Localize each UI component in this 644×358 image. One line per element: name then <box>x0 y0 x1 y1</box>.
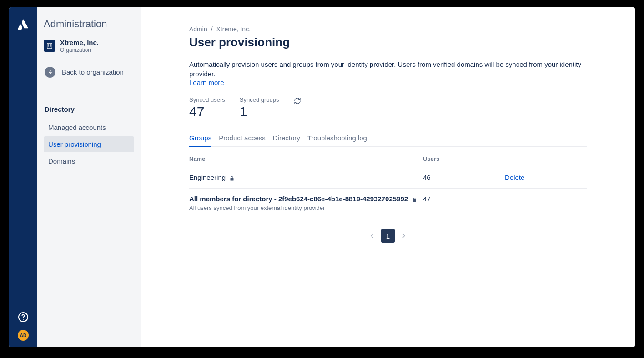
row-users: 47 <box>423 195 505 203</box>
stat-synced-users: Synced users 47 <box>189 96 225 119</box>
stat-label: Synced users <box>189 96 225 103</box>
refresh-icon[interactable] <box>294 97 301 104</box>
back-to-org[interactable]: Back to organization <box>44 63 134 81</box>
breadcrumb: Admin / Xtreme, Inc. <box>189 25 587 33</box>
lock-icon <box>229 175 235 180</box>
atlassian-logo-icon[interactable] <box>17 18 30 31</box>
stats-row: Synced users 47 Synced groups 1 <box>189 96 587 119</box>
org-icon <box>44 40 55 52</box>
help-icon[interactable] <box>18 312 29 323</box>
page-title: User provisioning <box>189 35 587 50</box>
org-sub: Organization <box>60 47 99 53</box>
divider <box>44 94 134 94</box>
global-rail: AD <box>9 7 37 347</box>
tab-groups[interactable]: Groups <box>189 131 211 146</box>
learn-more-link[interactable]: Learn more <box>189 79 224 86</box>
stat-value: 47 <box>189 104 225 119</box>
col-header-name: Name <box>189 155 423 162</box>
row-name-cell: Engineering <box>189 174 423 181</box>
tab-directory[interactable]: Directory <box>273 131 300 146</box>
row-name-cell: All members for directory - 2f9eb624-c86… <box>189 195 423 203</box>
org-name: Xtreme, Inc. <box>60 39 99 47</box>
pagination: 1 <box>189 229 587 243</box>
delete-link[interactable]: Delete <box>505 174 524 181</box>
org-selector[interactable]: Xtreme, Inc. Organization <box>44 39 134 53</box>
breadcrumb-current: Xtreme, Inc. <box>216 25 251 33</box>
sidebar-title: Administration <box>44 18 134 30</box>
stat-value: 1 <box>240 104 279 119</box>
svg-point-1 <box>23 319 24 320</box>
page-description: Automatically provision users and groups… <box>189 60 587 79</box>
stat-label: Synced groups <box>240 96 279 103</box>
stat-synced-groups: Synced groups 1 <box>240 96 279 119</box>
page-current[interactable]: 1 <box>381 229 395 243</box>
sidebar-item-managed-accounts[interactable]: Managed accounts <box>44 119 134 135</box>
breadcrumb-sep: / <box>211 25 213 33</box>
group-name: All members for directory - 2f9eb624-c86… <box>189 195 408 203</box>
groups-table: Name Users Engineering 46 Delete <box>189 147 587 218</box>
lock-icon <box>412 196 417 202</box>
col-header-users: Users <box>423 155 505 162</box>
row-sub: All users synced from your external iden… <box>189 204 423 211</box>
user-avatar[interactable]: AD <box>18 330 29 341</box>
breadcrumb-admin[interactable]: Admin <box>189 25 207 33</box>
tabs: Groups Product access Directory Troubles… <box>189 131 587 147</box>
table-header: Name Users <box>189 147 587 167</box>
sidebar-section-directory: Directory <box>44 104 134 115</box>
page-prev[interactable] <box>367 230 377 241</box>
table-row: All members for directory - 2f9eb624-c86… <box>189 189 587 218</box>
back-label: Back to organization <box>62 68 124 76</box>
arrow-left-icon <box>45 67 55 78</box>
main-content: Admin / Xtreme, Inc. User provisioning A… <box>141 7 635 347</box>
sidebar: Administration Xtreme, Inc. Organization… <box>37 7 141 347</box>
sidebar-item-domains[interactable]: Domains <box>44 153 134 169</box>
table-row: Engineering 46 Delete <box>189 167 587 189</box>
row-users: 46 <box>423 174 505 181</box>
group-name: Engineering <box>189 174 226 181</box>
tab-product-access[interactable]: Product access <box>219 131 266 146</box>
sidebar-item-user-provisioning[interactable]: User provisioning <box>44 136 134 152</box>
page-next[interactable] <box>398 230 409 241</box>
tab-troubleshooting-log[interactable]: Troubleshooting log <box>307 131 367 146</box>
svg-rect-2 <box>47 43 52 49</box>
avatar-initials: AD <box>20 333 26 338</box>
